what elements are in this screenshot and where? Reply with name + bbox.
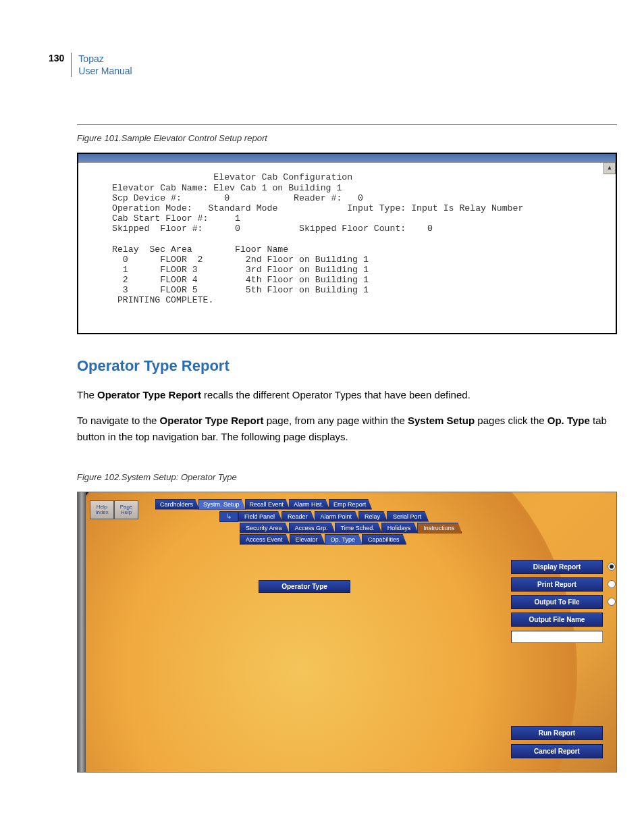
manual-title-line1: Topaz: [78, 53, 103, 64]
subtab-capabilities[interactable]: Capabilities: [362, 534, 407, 545]
operator-type-label: Operator Type: [259, 580, 350, 593]
subtab-security-area[interactable]: Security Area: [240, 523, 290, 533]
output-to-file-option[interactable]: Output To File: [511, 595, 603, 609]
report-options-panel: Display Report Print Report Output To Fi…: [511, 560, 603, 643]
subtab-alarm-point[interactable]: Alarm Point: [315, 511, 360, 522]
subtab-time-sched[interactable]: Time Sched.: [335, 523, 382, 533]
paragraph-1: The Operator Type Report recalls the dif…: [77, 387, 610, 403]
tabs-row-4: Access Event Elevator Op. Type Capabilit…: [240, 534, 406, 545]
header-divider: [71, 53, 72, 77]
subtab-access-event[interactable]: Access Event: [240, 534, 290, 545]
rule: [77, 124, 617, 125]
subtab-elevator[interactable]: Elevator: [290, 534, 325, 545]
subtree-arrow-icon: ↳: [219, 511, 238, 522]
page-number: 130: [49, 53, 64, 77]
subtab-field-panel[interactable]: Field Panel: [238, 511, 282, 522]
page-help-button[interactable]: Page Help: [114, 500, 138, 519]
display-report-radio[interactable]: [608, 563, 616, 571]
output-to-file-radio[interactable]: [608, 598, 616, 606]
section-heading: Operator Type Report: [77, 357, 617, 375]
subtab-reader[interactable]: Reader: [281, 511, 315, 522]
help-index-button[interactable]: Help Index: [90, 500, 114, 519]
print-report-option[interactable]: Print Report: [511, 577, 603, 592]
window-side-chrome: [78, 492, 86, 772]
figure102-screenshot: Help Index Page Help Cardholders Systm. …: [77, 492, 617, 773]
manual-title: Topaz User Manual: [78, 53, 132, 77]
cancel-report-button[interactable]: Cancel Report: [511, 744, 603, 758]
tab-emp-report[interactable]: Emp Report: [329, 499, 372, 510]
subtab-serial-port[interactable]: Serial Port: [387, 511, 429, 522]
tabs-row-3: Security Area Access Grp. Time Sched. Ho…: [240, 523, 461, 533]
subtab-relay[interactable]: Relay: [358, 511, 387, 522]
subtab-op-type[interactable]: Op. Type: [325, 534, 363, 545]
output-file-name-input[interactable]: [511, 631, 603, 643]
figure101-caption: Figure 101.Sample Elevator Control Setup…: [77, 133, 617, 143]
tab-alarm-hist[interactable]: Alarm Hist.: [289, 499, 329, 510]
report-output-text: Elevator Cab Configuration Elevator Cab …: [78, 163, 616, 332]
tab-recall-event[interactable]: Recall Event: [245, 499, 290, 510]
tab-cardholders[interactable]: Cardholders: [155, 499, 199, 510]
subtab-instructions[interactable]: Instructions: [417, 523, 462, 533]
display-report-option[interactable]: Display Report: [511, 560, 603, 574]
scroll-up-icon[interactable]: ▲: [603, 162, 616, 174]
figure101-screenshot: ▲ Elevator Cab Configuration Elevator Ca…: [77, 153, 617, 334]
tabs-row-1: Cardholders Systm. Setup Recall Event Al…: [155, 499, 371, 510]
print-report-radio[interactable]: [608, 580, 616, 588]
paragraph-2: To navigate to the Operator Type Report …: [77, 413, 610, 445]
tab-system-setup[interactable]: Systm. Setup: [198, 499, 246, 510]
subtab-access-grp[interactable]: Access Grp.: [289, 523, 336, 533]
output-file-name-label: Output File Name: [511, 613, 603, 627]
tabs-row-2: ↳ Field Panel Reader Alarm Point Relay S…: [219, 511, 428, 522]
page-header: 130 Topaz User Manual: [49, 53, 617, 77]
subtab-holidays[interactable]: Holidays: [381, 523, 419, 533]
window-titlebar: [78, 154, 616, 163]
manual-title-line2: User Manual: [78, 66, 132, 76]
figure102-caption: Figure 102.System Setup: Operator Type: [77, 472, 617, 482]
run-report-button[interactable]: Run Report: [511, 726, 603, 740]
